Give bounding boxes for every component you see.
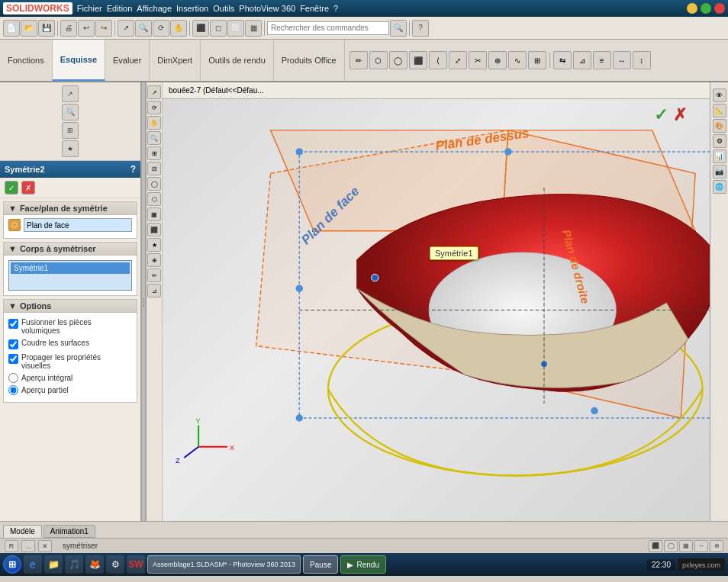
menu-affichage[interactable]: Affichage <box>137 4 172 13</box>
lp-btn-2[interactable]: 🔍 <box>62 104 79 121</box>
rt-btn-5[interactable]: ⟨ <box>429 51 447 69</box>
rt-btn-9[interactable]: ∿ <box>508 51 527 69</box>
tb-view1[interactable]: ⬛ <box>192 20 209 37</box>
ltv-btn-12[interactable]: ⊕ <box>147 253 161 267</box>
ltv-btn-8[interactable]: ⬡ <box>147 192 161 206</box>
menu-fichier[interactable]: Fichier <box>77 4 102 13</box>
sb-right-2[interactable]: ◯ <box>664 540 678 552</box>
ltv-btn-14[interactable]: ⊿ <box>147 284 161 297</box>
tb-pan[interactable]: ✋ <box>170 20 187 37</box>
tb-extra1[interactable]: ? <box>412 20 429 37</box>
tab-animation1[interactable]: Animation1 <box>43 525 95 538</box>
check-propager[interactable] <box>8 354 18 364</box>
taskbar-app1[interactable]: ⚙ <box>106 555 124 574</box>
tb-zoom[interactable]: 🔍 <box>135 20 152 37</box>
sb-btn-1[interactable]: R <box>5 540 18 552</box>
cancel-button[interactable]: ✗ <box>21 181 35 195</box>
rt-btn-2[interactable]: ⬡ <box>369 51 388 69</box>
tb-print[interactable]: 🖨 <box>60 20 77 37</box>
ltv-btn-11[interactable]: ★ <box>147 238 161 252</box>
radio-integral[interactable] <box>8 373 18 383</box>
ltv-btn-2[interactable]: ⟳ <box>147 101 161 114</box>
tab-fonctions[interactable]: Fonctions <box>0 40 53 81</box>
tb-save[interactable]: 💾 <box>38 20 55 37</box>
check-fusionner[interactable] <box>8 319 18 329</box>
taskbar-firefox[interactable]: 🦊 <box>85 555 104 574</box>
tb-view3[interactable]: ⬜ <box>227 20 244 37</box>
pause-button[interactable]: Pause <box>303 555 338 574</box>
rp-btn-2[interactable]: 📐 <box>713 104 726 117</box>
ltv-btn-7[interactable]: ◯ <box>147 177 161 191</box>
rp-btn-4[interactable]: ⚙ <box>713 134 726 148</box>
tb-redo[interactable]: ↪ <box>95 20 112 37</box>
sb-right-3[interactable]: ▦ <box>679 540 693 552</box>
rt-btn-7[interactable]: ✂ <box>469 51 487 69</box>
rt-btn-12[interactable]: ⊿ <box>573 51 591 69</box>
menu-fenetre[interactable]: Fenêtre <box>300 4 329 13</box>
viewport-x-button[interactable]: ✗ <box>673 105 687 124</box>
taskbar-explorer[interactable]: 📁 <box>44 555 63 574</box>
rp-btn-1[interactable]: 👁 <box>713 88 726 102</box>
panel-help-button[interactable]: ? <box>130 164 136 175</box>
radio-partiel[interactable] <box>8 385 18 395</box>
rp-btn-5[interactable]: 📊 <box>713 150 726 163</box>
start-button[interactable]: ⊞ <box>3 555 21 574</box>
ltv-btn-5[interactable]: ⊞ <box>147 146 161 160</box>
rt-btn-15[interactable]: ↕ <box>633 51 651 69</box>
rt-btn-8[interactable]: ⊕ <box>488 51 507 69</box>
sb-right-1[interactable]: ⬛ <box>649 540 662 552</box>
rt-btn-1[interactable]: ✏ <box>350 51 368 69</box>
rt-btn-4[interactable]: ⬛ <box>409 51 427 69</box>
rt-btn-3[interactable]: ◯ <box>389 51 407 69</box>
menu-photoview[interactable]: PhotoView 360 <box>239 4 295 13</box>
sb-btn-2[interactable]: ... <box>21 540 35 552</box>
sb-btn-3[interactable]: ✕ <box>38 540 52 552</box>
ok-button[interactable]: ✓ <box>5 181 18 195</box>
tab-esquisse[interactable]: Esquisse <box>53 40 105 81</box>
search-button[interactable]: 🔍 <box>390 20 407 37</box>
3d-viewport[interactable]: bouée2-7 (Défaut<<Défau... ✓ ✗ <box>163 82 710 521</box>
rp-btn-3[interactable]: 🎨 <box>713 119 726 133</box>
ltv-btn-1[interactable]: ↗ <box>147 85 161 99</box>
ltv-btn-4[interactable]: 🔍 <box>147 131 161 145</box>
taskbar-media[interactable]: 🎵 <box>65 555 83 574</box>
corps-list[interactable]: Symétrie1 <box>8 260 132 291</box>
check-coudre[interactable] <box>8 339 18 349</box>
maximize-button[interactable] <box>701 3 711 14</box>
tab-modele[interactable]: Modèle <box>3 525 42 538</box>
taskbar-ie[interactable]: e <box>24 555 42 574</box>
tab-outils-rendu[interactable]: Outils de rendu <box>201 40 274 81</box>
tb-select[interactable]: ↗ <box>118 20 134 37</box>
ltv-btn-10[interactable]: ⬛ <box>147 223 161 236</box>
tab-dimxpert[interactable]: DimXpert <box>150 40 201 81</box>
search-input[interactable] <box>267 21 389 35</box>
rt-btn-6[interactable]: ⤢ <box>449 51 467 69</box>
rp-btn-7[interactable]: 🌐 <box>713 180 726 194</box>
tb-new[interactable]: 📄 <box>3 20 20 37</box>
rt-btn-13[interactable]: ≡ <box>593 51 611 69</box>
tab-produits-office[interactable]: Produits Office <box>274 40 345 81</box>
menu-insertion[interactable]: Insertion <box>176 4 208 13</box>
tab-evaluer[interactable]: Evaluer <box>105 40 150 81</box>
tb-open[interactable]: 📂 <box>21 20 37 37</box>
sb-right-5[interactable]: ⊕ <box>710 540 723 552</box>
tb-undo[interactable]: ↩ <box>78 20 95 37</box>
taskbar-sw[interactable]: SW <box>127 555 145 574</box>
lp-btn-4[interactable]: ★ <box>62 140 79 157</box>
rp-btn-6[interactable]: 📷 <box>713 165 726 178</box>
corps-list-item-1[interactable]: Symétrie1 <box>11 262 130 274</box>
close-button[interactable] <box>714 3 725 14</box>
face-plan-section-title[interactable]: ▼ Face/plan de symétrie <box>4 202 137 215</box>
rt-btn-10[interactable]: ⊞ <box>528 51 546 69</box>
tb-rotate[interactable]: ⟳ <box>153 20 169 37</box>
lp-btn-3[interactable]: ⊞ <box>62 122 79 139</box>
menu-edition[interactable]: Edition <box>107 4 133 13</box>
corps-section-title[interactable]: ▼ Corps à symétriser <box>4 243 137 256</box>
menu-outils[interactable]: Outils <box>213 4 234 13</box>
viewport-checkmark[interactable]: ✓ <box>654 105 668 124</box>
render-button[interactable]: ▶ Rendu <box>340 555 385 574</box>
ltv-btn-3[interactable]: ✋ <box>147 116 161 130</box>
lp-btn-1[interactable]: ↗ <box>62 85 79 102</box>
options-section-title[interactable]: ▼ Options <box>4 300 137 313</box>
rt-btn-11[interactable]: ⇆ <box>553 51 572 69</box>
